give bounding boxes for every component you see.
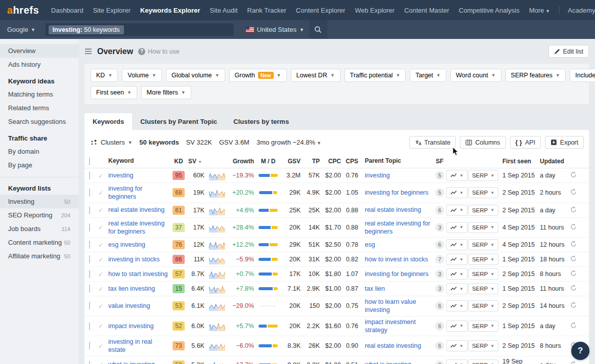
keyword-link[interactable]: real estate investing for beginners bbox=[108, 220, 164, 235]
nav-item-competitive-analysis[interactable]: Competitive Analysis bbox=[459, 7, 520, 14]
row-checkbox[interactable] bbox=[89, 171, 90, 179]
serp-button[interactable]: SERP▼ bbox=[468, 254, 498, 265]
filter-include[interactable]: Include▼ bbox=[570, 69, 595, 82]
filter-first-seen[interactable]: First seen▼ bbox=[91, 86, 137, 99]
sidebar-item-content-marketing[interactable]: Content marketing50 bbox=[0, 236, 78, 249]
row-checkbox[interactable] bbox=[89, 189, 90, 197]
keyword-link[interactable]: what is investing bbox=[108, 361, 155, 364]
keyword-link[interactable]: value investing bbox=[108, 302, 150, 309]
sidebar-item-overview[interactable]: Overview bbox=[0, 44, 78, 58]
serp-button[interactable]: SERP▼ bbox=[468, 187, 498, 198]
columns-button[interactable]: Columns bbox=[460, 136, 505, 149]
col-first-seen[interactable]: First seen bbox=[498, 156, 538, 166]
position-history-button[interactable]: ▼ bbox=[446, 239, 468, 250]
country-select[interactable]: United States▼ bbox=[241, 20, 309, 39]
search-submit-button[interactable] bbox=[309, 20, 327, 39]
refresh-button[interactable] bbox=[570, 361, 577, 364]
parent-topic-link[interactable]: tax lien bbox=[365, 285, 385, 292]
position-history-button[interactable]: ▼ bbox=[446, 300, 468, 311]
sidebar-item-ads-history[interactable]: Ads history bbox=[0, 58, 78, 71]
keyword-link[interactable]: tax lien investing bbox=[108, 285, 155, 292]
serp-button[interactable]: SERP▼ bbox=[468, 170, 498, 181]
col-cpc[interactable]: CPC bbox=[321, 156, 343, 166]
sidebar-item-related-terms[interactable]: Related terms bbox=[0, 101, 78, 115]
nav-item-more[interactable]: More▼ bbox=[529, 7, 550, 14]
filter-kd[interactable]: KD▼ bbox=[91, 69, 118, 82]
keyword-list-tag[interactable]: Investing: 50 keywords bbox=[49, 25, 124, 34]
serp-button[interactable]: SERP▼ bbox=[468, 239, 498, 250]
sidebar-item-job-boards[interactable]: Job boards114 bbox=[0, 222, 78, 236]
nav-item-site-audit[interactable]: Site Audit bbox=[210, 7, 238, 14]
row-checkbox[interactable] bbox=[89, 322, 90, 330]
sidebar-item-affiliate-marketing[interactable]: Affiliate marketing50 bbox=[0, 249, 78, 263]
refresh-button[interactable] bbox=[570, 206, 577, 214]
refresh-button[interactable] bbox=[570, 285, 577, 293]
serp-button[interactable]: SERP▼ bbox=[468, 205, 498, 216]
refresh-button[interactable] bbox=[570, 241, 577, 249]
keyword-link[interactable]: investing bbox=[108, 172, 133, 179]
nav-item-content-explorer[interactable]: Content Explorer bbox=[296, 7, 346, 14]
clusters-select[interactable]: Clusters▼ bbox=[91, 139, 133, 146]
keyword-link[interactable]: how to start investing bbox=[108, 270, 167, 278]
filter-global-volume[interactable]: Global volume▼ bbox=[166, 69, 225, 82]
row-checkbox[interactable] bbox=[89, 285, 90, 293]
sidebar-item-matching-terms[interactable]: Matching terms bbox=[0, 87, 78, 101]
sidebar-item-search-suggestions[interactable]: Search suggestions bbox=[0, 115, 78, 128]
sidebar-item-by-page[interactable]: By page bbox=[0, 158, 78, 172]
position-history-button[interactable]: ▼ bbox=[446, 205, 468, 216]
col-gsv[interactable]: GSV bbox=[281, 156, 302, 166]
sidebar-item-by-domain[interactable]: By domain bbox=[0, 145, 78, 158]
parent-topic-link[interactable]: investing for beginners bbox=[365, 189, 429, 196]
serp-button[interactable]: SERP▼ bbox=[468, 222, 498, 233]
keyword-link[interactable]: investing for beginners bbox=[108, 185, 142, 200]
col-growth[interactable]: Growth bbox=[228, 156, 256, 166]
sidebar-item-seo-reporting[interactable]: SEO Reporting204 bbox=[0, 208, 78, 222]
search-engine-select[interactable]: Google▼ bbox=[7, 20, 42, 39]
row-checkbox[interactable] bbox=[89, 223, 90, 232]
refresh-button[interactable] bbox=[570, 302, 577, 310]
refresh-button[interactable] bbox=[570, 189, 577, 197]
tab-clusters-by-terms[interactable]: Clusters by terms bbox=[225, 113, 297, 130]
row-checkbox[interactable] bbox=[89, 241, 90, 249]
serp-button[interactable]: SERP▼ bbox=[468, 321, 498, 332]
filter-traffic-potential[interactable]: Traffic potential▼ bbox=[345, 69, 406, 82]
row-checkbox[interactable] bbox=[89, 270, 90, 278]
sidebar-item-investing[interactable]: Investing50 bbox=[0, 195, 78, 208]
select-all-checkbox[interactable] bbox=[89, 157, 90, 165]
growth-total-select[interactable]: 3mo growth −24.8%▼ bbox=[257, 139, 321, 146]
refresh-button[interactable] bbox=[570, 270, 577, 278]
collapse-sidebar-icon[interactable] bbox=[84, 48, 92, 55]
serp-button[interactable]: SERP▼ bbox=[468, 340, 498, 351]
parent-topic-link[interactable]: real estate investing for beginners bbox=[365, 220, 430, 235]
position-history-button[interactable]: ▼ bbox=[446, 254, 468, 265]
row-checkbox[interactable] bbox=[89, 342, 90, 350]
position-history-button[interactable]: ▼ bbox=[446, 170, 468, 181]
keyword-link[interactable]: real estate investing bbox=[108, 206, 164, 213]
nav-item-rank-tracker[interactable]: Rank Tracker bbox=[247, 7, 286, 14]
nav-item-dashboard[interactable]: Dashboard bbox=[51, 7, 83, 14]
keyword-link[interactable]: investing in real estate bbox=[108, 338, 152, 353]
ahrefs-logo[interactable]: ahrefs bbox=[7, 5, 39, 16]
filter-volume[interactable]: Volume▼ bbox=[122, 69, 162, 82]
parent-topic-link[interactable]: esg bbox=[365, 241, 375, 248]
parent-topic-link[interactable]: how to invest in stocks bbox=[365, 256, 428, 263]
filter-growth[interactable]: GrowthNew▼ bbox=[229, 69, 287, 82]
filter-lowest-dr[interactable]: Lowest DR▼ bbox=[291, 69, 341, 82]
filter-word-count[interactable]: Word count▼ bbox=[450, 69, 501, 82]
col-tp[interactable]: TP bbox=[302, 156, 321, 166]
filter-more-filters[interactable]: More filters▼ bbox=[141, 86, 191, 99]
translate-button[interactable]: Translate bbox=[409, 136, 456, 149]
row-checkbox[interactable] bbox=[89, 255, 90, 263]
refresh-button[interactable] bbox=[570, 322, 577, 330]
how-to-use-link[interactable]: ? How to use bbox=[138, 48, 180, 55]
position-history-button[interactable]: ▼ bbox=[446, 321, 468, 332]
col-parent-topic[interactable]: Parent Topic bbox=[360, 156, 434, 167]
col-keyword[interactable]: Keyword bbox=[107, 156, 171, 167]
keyword-link[interactable]: esg investing bbox=[108, 241, 145, 248]
parent-topic-link[interactable]: investing bbox=[365, 172, 390, 179]
export-button[interactable]: Export bbox=[545, 136, 584, 149]
api-button[interactable]: { } API bbox=[510, 136, 541, 149]
parent-topic-link[interactable]: real estate investing bbox=[365, 206, 421, 213]
keyword-link[interactable]: impact investing bbox=[108, 323, 154, 330]
col-sf[interactable]: SF bbox=[434, 156, 446, 166]
